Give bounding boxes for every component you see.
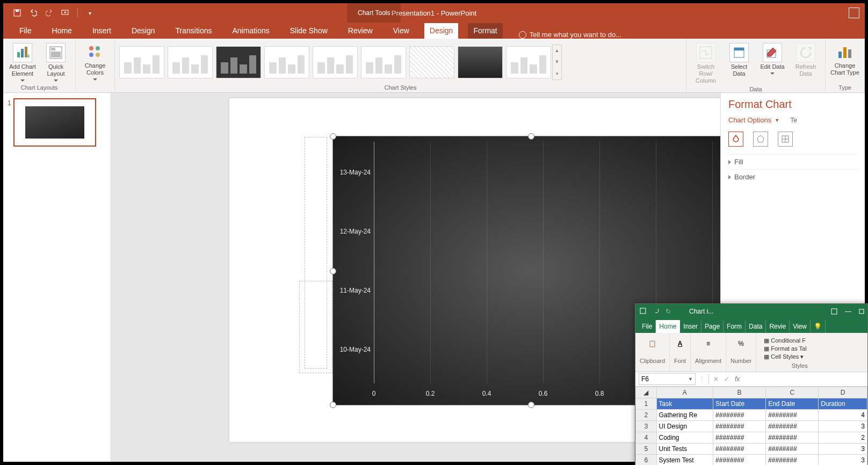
gallery-more-icon[interactable]: ▾ xyxy=(553,68,561,79)
excel-full-icon[interactable] xyxy=(831,308,837,315)
tab-chart-format[interactable]: Format xyxy=(468,23,502,39)
svg-point-13 xyxy=(96,53,100,57)
slide-canvas[interactable]: 13-May-24 12-May-24 11-May-24 10-May-24 … xyxy=(111,93,720,462)
quick-layout-button[interactable]: Quick Layout xyxy=(41,41,71,82)
tab-design[interactable]: Design xyxy=(126,23,161,39)
gallery-scroll[interactable]: ▲▼▾ xyxy=(552,45,562,80)
excel-maximize-icon[interactable] xyxy=(859,309,864,314)
work-area: 1 xyxy=(3,93,865,462)
col-A[interactable]: A xyxy=(656,387,713,398)
tab-animations[interactable]: Animations xyxy=(227,23,274,39)
border-section[interactable]: Border xyxy=(728,169,857,184)
tell-me[interactable]: Tell me what you want to do... xyxy=(519,31,621,39)
slide-thumbnail-1[interactable] xyxy=(13,98,96,147)
excel-title-bar: ↻ Chart i... — xyxy=(635,304,867,319)
tab-chart-design[interactable]: Design xyxy=(424,23,459,39)
select-data-button[interactable]: Select Data xyxy=(724,41,754,85)
svg-text:+: + xyxy=(26,52,30,60)
excel-ribbon: 📋Clipboard AFont ≡Alignment %Number ▦ Co… xyxy=(635,333,867,372)
undo-icon[interactable] xyxy=(29,9,38,17)
chart-style-5[interactable] xyxy=(313,46,358,78)
font-icon[interactable]: A xyxy=(674,335,686,352)
excel-tab-home[interactable]: Home xyxy=(656,320,680,333)
conditional-formatting-button[interactable]: ▦ Conditional F xyxy=(764,337,807,344)
window-title-wrap: Presentation1 - PowerPoint xyxy=(3,9,865,17)
chart-options-dropdown[interactable]: Chart Options ▼ xyxy=(728,116,779,124)
col-B[interactable]: B xyxy=(713,387,766,398)
slide-thumbnail-pane[interactable]: 1 xyxy=(3,93,111,462)
powerpoint-window: ▾ Presentation1 - PowerPoint Chart Tools… xyxy=(3,3,865,462)
chart-style-2[interactable] xyxy=(168,46,213,78)
chart-style-4[interactable] xyxy=(264,46,309,78)
tab-home[interactable]: Home xyxy=(47,23,77,39)
chart-style-8[interactable] xyxy=(458,46,503,78)
excel-tell-me-icon[interactable]: 💡 xyxy=(811,320,826,333)
tab-slideshow[interactable]: Slide Show xyxy=(285,23,333,39)
group-type: Change Chart Type Type xyxy=(826,39,865,92)
fill-section[interactable]: Fill xyxy=(728,154,857,169)
excel-tab-data[interactable]: Data xyxy=(746,320,766,333)
redo-icon[interactable] xyxy=(45,9,54,17)
change-chart-type-button[interactable]: Change Chart Type xyxy=(830,41,860,76)
start-from-beginning-icon[interactable] xyxy=(61,9,70,17)
fill-line-tab-icon[interactable] xyxy=(728,132,743,147)
excel-chart-data-window[interactable]: ↻ Chart i... — File Home Inser Page Form… xyxy=(635,303,868,465)
change-colors-button[interactable]: Change Colors xyxy=(80,41,110,81)
save-icon[interactable] xyxy=(13,9,21,17)
window-title: Presentation1 - PowerPoint xyxy=(392,9,476,17)
size-properties-tab-icon[interactable] xyxy=(778,132,793,147)
svg-rect-18 xyxy=(838,52,842,58)
excel-tab-insert[interactable]: Inser xyxy=(680,320,701,333)
excel-tab-formulas[interactable]: Form xyxy=(724,320,746,333)
tab-insert[interactable]: Insert xyxy=(87,23,117,39)
placeholder-box[interactable] xyxy=(299,281,332,373)
add-chart-element-button[interactable]: + Add Chart Element xyxy=(8,41,38,82)
enter-icon[interactable]: ✓ xyxy=(724,375,729,383)
chart-style-thumbnails xyxy=(119,45,551,79)
excel-minimize-icon[interactable]: — xyxy=(845,308,851,315)
table-row: 2Gathering Re################4 xyxy=(636,410,867,421)
formula-bar[interactable]: ✕ ✓ fx xyxy=(708,374,864,384)
cell-styles-button[interactable]: ▦ Cell Styles ▾ xyxy=(764,353,807,360)
tab-file[interactable]: File xyxy=(14,23,37,39)
excel-title: Chart i... xyxy=(689,308,713,315)
svg-rect-3 xyxy=(17,52,20,57)
maximize-icon[interactable] xyxy=(849,8,859,18)
chart-style-9[interactable] xyxy=(506,46,551,78)
chart-style-1[interactable] xyxy=(119,46,164,78)
cancel-icon[interactable]: ✕ xyxy=(713,375,719,383)
text-options-tab[interactable]: Te xyxy=(790,117,797,124)
tab-transitions[interactable]: Transitions xyxy=(170,23,218,39)
excel-tab-page[interactable]: Page xyxy=(701,320,724,333)
name-box[interactable]: F6▼ xyxy=(639,373,696,385)
excel-tab-view[interactable]: View xyxy=(790,320,811,333)
alignment-icon[interactable]: ≡ xyxy=(695,335,721,352)
excel-undo-icon[interactable] xyxy=(653,308,660,315)
excel-save-icon[interactable] xyxy=(640,308,647,315)
number-icon[interactable]: % xyxy=(730,335,751,352)
select-all-corner[interactable]: ◢ xyxy=(636,387,657,398)
chart-style-6[interactable] xyxy=(361,46,406,78)
table-row: 4Coding################2 xyxy=(636,432,867,444)
col-C[interactable]: C xyxy=(766,387,819,398)
customize-qat-icon[interactable]: ▾ xyxy=(85,9,94,17)
chart-style-3[interactable] xyxy=(216,46,261,78)
format-as-table-button[interactable]: ▦ Format as Tal xyxy=(764,345,807,352)
clipboard-icon[interactable]: 📋 xyxy=(640,335,665,352)
effects-tab-icon[interactable] xyxy=(753,132,768,147)
chart-style-7[interactable] xyxy=(409,46,454,78)
tab-review[interactable]: Review xyxy=(343,23,378,39)
excel-redo-icon[interactable]: ↻ xyxy=(666,308,673,315)
format-pane-title: Format Chart xyxy=(728,98,857,111)
chevron-down-icon[interactable]: ▼ xyxy=(553,56,561,68)
group-label-chart-styles: Chart Styles xyxy=(119,83,682,92)
y-tick-3: 13-May-24 xyxy=(336,169,371,176)
col-D[interactable]: D xyxy=(819,387,867,398)
worksheet-grid[interactable]: ◢ A B C D 1 Task Start Date End Date Dur… xyxy=(635,387,867,465)
excel-tab-file[interactable]: File xyxy=(639,320,656,333)
excel-tab-review[interactable]: Revie xyxy=(766,320,790,333)
tab-view[interactable]: View xyxy=(388,23,415,39)
chevron-up-icon[interactable]: ▲ xyxy=(553,45,561,56)
fx-icon[interactable]: fx xyxy=(735,375,740,383)
edit-data-button[interactable]: Edit Data xyxy=(757,41,787,85)
